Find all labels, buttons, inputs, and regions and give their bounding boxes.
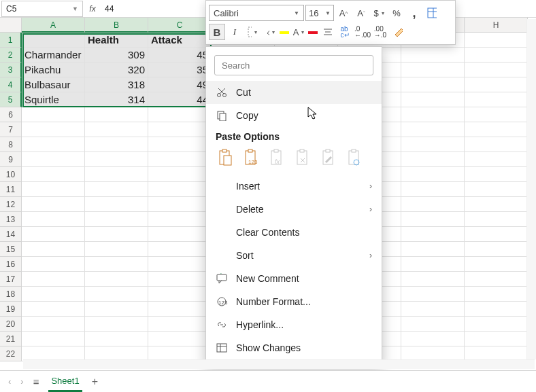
cell[interactable] (148, 302, 212, 317)
cell[interactable] (22, 167, 85, 182)
cell[interactable] (465, 317, 528, 332)
cell[interactable] (148, 242, 212, 257)
cell[interactable] (85, 332, 148, 346)
font-color-button[interactable]: A▾ (290, 24, 307, 40)
cell[interactable]: Charmander (22, 48, 85, 63)
cell[interactable] (465, 197, 528, 212)
select-all-corner[interactable] (0, 18, 22, 33)
cell[interactable] (465, 257, 528, 272)
sheet-tab[interactable]: Sheet1 (48, 372, 82, 392)
cell[interactable] (85, 257, 148, 272)
cell[interactable]: Pikachu (22, 63, 85, 77)
increase-decimal-icon[interactable]: .0←.00 (354, 24, 371, 40)
context-search-input[interactable] (214, 55, 373, 75)
cell[interactable] (148, 212, 212, 227)
cell[interactable] (401, 197, 465, 212)
row-header-9[interactable]: 9 (0, 152, 22, 167)
cell[interactable] (85, 167, 148, 182)
sheet-list-icon[interactable]: ≡ (33, 376, 39, 387)
cell[interactable]: Health (85, 33, 148, 48)
cell[interactable]: 309 (85, 48, 148, 63)
cell[interactable] (465, 137, 528, 152)
cell[interactable] (401, 302, 465, 317)
cell[interactable] (401, 122, 465, 137)
cell[interactable] (465, 33, 528, 48)
cell[interactable]: 35 (148, 63, 212, 77)
cell[interactable] (465, 332, 528, 346)
cell[interactable]: Squirtle (22, 92, 85, 107)
row-header-14[interactable]: 14 (0, 227, 22, 242)
vertical-scrollbar[interactable] (526, 19, 536, 359)
cell[interactable]: 44 (148, 92, 212, 107)
sheet-nav-prev-icon[interactable]: ‹ (8, 376, 11, 387)
row-header-22[interactable]: 22 (0, 346, 22, 361)
sheet-nav-next-icon[interactable]: › (20, 376, 23, 387)
cell[interactable] (401, 257, 465, 272)
cell[interactable] (22, 107, 85, 122)
cell[interactable]: Attack (148, 33, 212, 48)
cell[interactable] (22, 152, 85, 167)
cell[interactable] (22, 257, 85, 272)
context-cut[interactable]: Cut (206, 81, 382, 104)
cell[interactable] (401, 317, 465, 332)
row-header-11[interactable]: 11 (0, 182, 22, 197)
cell[interactable] (85, 287, 148, 302)
cell[interactable] (401, 48, 465, 63)
cell[interactable]: 320 (85, 63, 148, 77)
cell[interactable] (465, 182, 528, 197)
name-box[interactable]: C5 ▼ (1, 1, 83, 17)
wrap-text-icon[interactable]: abc↵ (337, 24, 353, 40)
cell[interactable] (465, 227, 528, 242)
cell[interactable] (85, 302, 148, 317)
cell[interactable] (85, 107, 148, 122)
row-header-3[interactable]: 3 (0, 63, 22, 77)
cell[interactable] (148, 182, 212, 197)
borders-button[interactable]: ▾ (244, 24, 261, 40)
cell[interactable] (148, 107, 212, 122)
cell[interactable] (85, 152, 148, 167)
clear-format-icon[interactable] (390, 24, 406, 40)
cell[interactable] (401, 332, 465, 346)
row-header-20[interactable]: 20 (0, 317, 22, 332)
cell[interactable]: Bulbasaur (22, 77, 85, 92)
cell[interactable] (465, 287, 528, 302)
context-insert[interactable]: Insert › (206, 175, 382, 198)
cell[interactable] (401, 167, 465, 182)
row-header-1[interactable]: 1 (0, 33, 22, 48)
row-header-4[interactable]: 4 (0, 77, 22, 92)
cell[interactable] (22, 197, 85, 212)
cell[interactable] (148, 167, 212, 182)
fx-icon[interactable]: fx (84, 4, 101, 14)
fill-color-button[interactable]: ▾ (262, 24, 278, 40)
row-header-8[interactable]: 8 (0, 137, 22, 152)
row-header-10[interactable]: 10 (0, 167, 22, 182)
center-align-icon[interactable] (319, 24, 335, 40)
cell[interactable] (401, 63, 465, 77)
italic-button[interactable]: I (227, 24, 243, 40)
cell[interactable] (148, 197, 212, 212)
add-sheet-icon[interactable]: + (92, 376, 98, 388)
cell[interactable] (22, 317, 85, 332)
cell[interactable] (22, 302, 85, 317)
cell[interactable]: 45 (148, 48, 212, 63)
cell[interactable] (465, 63, 528, 77)
row-header-19[interactable]: 19 (0, 302, 22, 317)
cell[interactable] (465, 242, 528, 257)
cell[interactable] (401, 242, 465, 257)
col-header-H[interactable]: H (465, 18, 528, 33)
cell[interactable] (465, 152, 528, 167)
context-delete[interactable]: Delete › (206, 198, 382, 221)
cell[interactable] (401, 92, 465, 107)
cell[interactable] (22, 242, 85, 257)
cell[interactable]: 49 (148, 77, 212, 92)
cell[interactable] (85, 137, 148, 152)
cell[interactable] (22, 212, 85, 227)
cell[interactable] (401, 77, 465, 92)
context-copy[interactable]: Copy (206, 104, 382, 127)
cell[interactable] (148, 332, 212, 346)
cell[interactable] (85, 242, 148, 257)
accounting-format-icon[interactable]: $▾ (371, 5, 387, 21)
row-header-18[interactable]: 18 (0, 287, 22, 302)
cell[interactable] (401, 272, 465, 287)
cell[interactable] (22, 137, 85, 152)
